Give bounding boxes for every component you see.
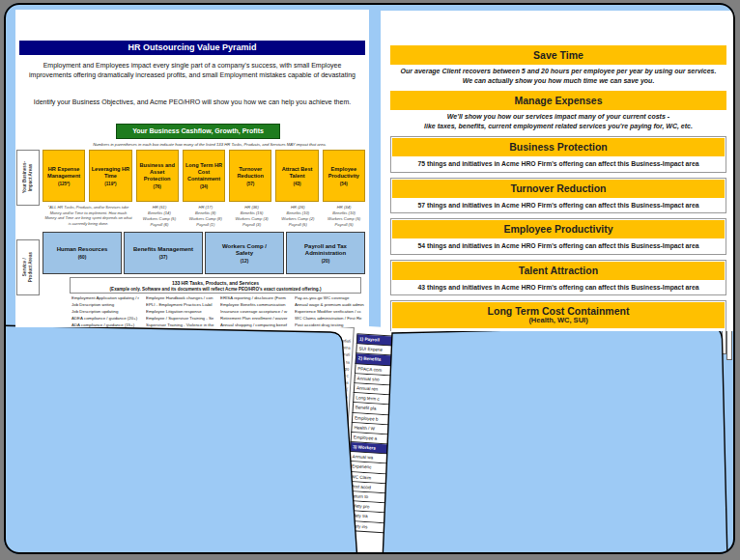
task-list-item: Employee / Supervisor Training - Se bbox=[146, 316, 218, 322]
gold-banner: Turnover Reduction bbox=[392, 180, 725, 198]
impact-box: Employee Productivity (54) bbox=[323, 150, 365, 202]
impact-box: Long Term HR Cost Containment (34) bbox=[183, 150, 225, 202]
service-boxes-row: Human Resources (60) Benefits Management… bbox=[43, 232, 365, 274]
impact-box-breakdown: HR (17) Benefits (8) Workers Comp (8) Pa… bbox=[185, 205, 227, 228]
impact-section: Save Time Our average Client recovers be… bbox=[390, 45, 726, 85]
impact-box: HR Expense Management (125*) bbox=[43, 150, 85, 202]
task-list-item: Employee Litigation response bbox=[146, 309, 218, 316]
gold-banner: Save Time bbox=[390, 45, 726, 65]
impact-box-count: (34) bbox=[200, 184, 208, 189]
impact-box: Business and Asset Protection (76) bbox=[136, 150, 179, 202]
service-box-title: Payroll and Tax Administration bbox=[304, 243, 347, 258]
service-box: Benefits Management (37) bbox=[124, 232, 203, 274]
impact-box-title: Attract Best Talent bbox=[276, 166, 317, 180]
gold-banner: Talent Attraction bbox=[392, 262, 725, 280]
gold-banner: Employee Productivity bbox=[392, 220, 725, 238]
document-viewer-stage: pdatistratrati& tagow cilae (ibatiahbs 1… bbox=[0, 0, 740, 560]
task-list-item: Experience Modifier verification / cc bbox=[295, 309, 367, 316]
tasks-summary-bar: 133 HR Tasks, Products, and Services (Ex… bbox=[70, 277, 361, 294]
impact-box-title: Employee Productivity bbox=[324, 166, 364, 180]
task-list-item: WC Claims administration / First Re bbox=[295, 316, 367, 322]
impact-box-count: (76) bbox=[154, 184, 161, 189]
gold-banner-title: Manage Expenses bbox=[514, 95, 602, 106]
impact-box-breakdown: HR (26) Benefits (10) Workers Comp (2) P… bbox=[276, 205, 319, 228]
gold-banner-title: Business Protection bbox=[509, 141, 608, 153]
task-list-item: Job Description updating bbox=[71, 309, 144, 316]
impact-section: Long Term Cost Containment (Health, WC, … bbox=[390, 300, 726, 331]
impact-box-count: (57) bbox=[246, 182, 254, 186]
task-list-item: Employee Benefits communication bbox=[220, 302, 293, 309]
section-caption: 54 things and initiatives in Acme HRO Fi… bbox=[392, 238, 725, 253]
impact-box-title: Business and Asset Protection bbox=[137, 162, 178, 182]
service-box: Human Resources (60) bbox=[43, 232, 122, 274]
impact-box: Attract Best Talent (43) bbox=[275, 150, 318, 202]
service-box-title: Benefits Management bbox=[133, 246, 193, 254]
blue-cover-right bbox=[383, 325, 727, 554]
impact-box-title: Long Term HR Cost Containment bbox=[184, 162, 224, 182]
side-label-business-impact: Your Business- Impact Areas bbox=[16, 150, 40, 206]
impact-box: Turnover Reduction (57) bbox=[229, 150, 271, 202]
service-box-title: Workers Comp / Safety bbox=[222, 243, 267, 258]
task-list-column: Employee Handbook changes / conEPLI - Em… bbox=[146, 295, 218, 327]
task-list-item: Insurance coverage acceptance / w bbox=[220, 309, 293, 316]
gold-banner: Business Protection bbox=[392, 138, 725, 156]
task-list-item: ERISA reporting / disclosure (Form bbox=[220, 295, 293, 302]
tasks-summary-line2: (Example only. Software and its document… bbox=[71, 287, 360, 292]
impact-section: Turnover Reduction 57 things and initiat… bbox=[390, 178, 726, 214]
task-list-item: Annual wage & premium audit admin bbox=[295, 302, 367, 309]
money-time-note: *ALL HR Tasks, Products, and/or Services… bbox=[43, 205, 134, 228]
cashflow-banner: Your Business Cashflow, Growth, Profits bbox=[116, 124, 280, 139]
impact-section: Talent Attraction 43 things and initiati… bbox=[390, 260, 726, 296]
slide-title-bar: HR Outsourcing Value Pyramid bbox=[19, 41, 365, 55]
task-list-item: Retirement Plan enrollment / waiver bbox=[220, 316, 293, 322]
task-list-columns: Employment Application updating / rJob D… bbox=[71, 295, 367, 327]
slide-hr-value-pyramid[interactable]: HR Outsourcing Value Pyramid Employment … bbox=[15, 10, 369, 327]
impact-box-breakdown: HR (34) Benefits (10) Workers Comp (5) P… bbox=[323, 205, 365, 228]
impact-box-title: Turnover Reduction bbox=[230, 166, 270, 180]
impact-box-title: HR Expense Management bbox=[43, 166, 84, 180]
impact-boxes-row: HR Expense Management (125*) Leveraging … bbox=[43, 150, 365, 202]
section-caption: Our average Client recovers between 5 an… bbox=[390, 67, 726, 85]
task-list-column: Pay-as-you-go WC coverageAnnual wage & p… bbox=[295, 295, 367, 327]
impact-box-breakdown: HR (51) Benefits (14) Workers Comp (5) P… bbox=[138, 205, 181, 228]
task-list-item: Job Description writing bbox=[71, 302, 144, 309]
service-box-count: (60) bbox=[78, 255, 87, 260]
impact-box-count: (54) bbox=[340, 182, 348, 186]
tasks-summary-line1: 133 HR Tasks, Products, and Services bbox=[71, 280, 360, 286]
service-box-title: Human Resources bbox=[57, 246, 108, 254]
service-box-count: (20) bbox=[322, 259, 330, 264]
task-list-item: Supervisor Training - Violence in the bbox=[146, 322, 218, 327]
blue-cover-left bbox=[4, 325, 357, 554]
section-caption: We'll show you how our services impact m… bbox=[390, 112, 726, 130]
impact-box-count: (119*) bbox=[104, 182, 116, 186]
impact-box-count: (43) bbox=[293, 182, 300, 186]
task-list-item: EPLI - Employment Practices Liabil bbox=[146, 302, 218, 309]
impact-box: Leveraging HR Time (119*) bbox=[89, 150, 131, 202]
service-box-count: (37) bbox=[159, 255, 168, 260]
task-list-column: Employment Application updating / rJob D… bbox=[71, 295, 144, 327]
impact-section: Business Protection 75 things and initia… bbox=[390, 136, 726, 173]
impact-box-title: Leveraging HR Time bbox=[90, 166, 130, 180]
gold-banner-subtitle: (Health, WC, SUI) bbox=[392, 314, 725, 328]
task-list-column: ERISA reporting / disclosure (FormEmploy… bbox=[220, 295, 293, 327]
impact-section: Manage Expenses We'll show you how our s… bbox=[390, 91, 726, 130]
gold-banner-title: Talent Attraction bbox=[519, 265, 598, 276]
service-box: Workers Comp / Safety (12) bbox=[205, 232, 284, 274]
service-box-count: (12) bbox=[241, 259, 249, 264]
gold-banner-title: Turnover Reduction bbox=[511, 182, 607, 194]
intro-paragraph: Employment and Employees impact every si… bbox=[27, 61, 357, 79]
slide-business-impact-areas[interactable]: Save Time Our average Client recovers be… bbox=[381, 11, 735, 331]
gold-banner: Long Term Cost Containment (Health, WC, … bbox=[392, 302, 725, 328]
gold-banner-title: Save Time bbox=[533, 49, 583, 61]
task-list-item: Pay-as-you-go WC coverage bbox=[295, 295, 367, 302]
section-caption: 34 things and initiatives in Acme HRO Fi… bbox=[392, 328, 725, 331]
section-caption: 57 things and initiatives in Acme HRO Fi… bbox=[392, 198, 725, 212]
section-caption: 43 things and initiatives in Acme HRO Fi… bbox=[392, 280, 725, 294]
impact-section: Employee Productivity 54 things and init… bbox=[390, 218, 726, 255]
gold-banner-title: Employee Productivity bbox=[503, 223, 612, 235]
side-label-text: Your Business- Impact Areas bbox=[22, 161, 34, 193]
task-list-item: Annual shopping / comparing benef bbox=[220, 322, 293, 327]
side-label-service-product: Service / Product Areas bbox=[16, 239, 40, 295]
impact-notes-row: *ALL HR Tasks, Products, and/or Services… bbox=[43, 205, 365, 228]
side-label-text: Service / Product Areas bbox=[22, 252, 34, 282]
